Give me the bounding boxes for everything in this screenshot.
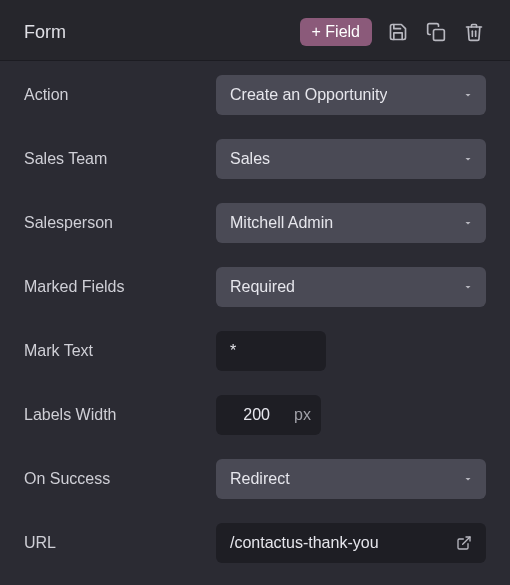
chevron-down-icon — [462, 89, 474, 101]
url-input-wrap — [216, 523, 486, 563]
sales-team-select[interactable]: Sales — [216, 139, 486, 179]
label-marked-fields: Marked Fields — [24, 278, 204, 296]
panel-title: Form — [24, 22, 66, 43]
row-url: URL — [24, 523, 486, 563]
chevron-down-icon — [462, 473, 474, 485]
chevron-down-icon — [462, 217, 474, 229]
panel-body: Action Create an Opportunity Sales Team … — [0, 61, 510, 585]
action-select[interactable]: Create an Opportunity — [216, 75, 486, 115]
on-success-select-value: Redirect — [230, 470, 290, 488]
row-labels-width: Labels Width px — [24, 395, 486, 435]
row-mark-text: Mark Text — [24, 331, 486, 371]
label-sales-team: Sales Team — [24, 150, 204, 168]
row-salesperson: Salesperson Mitchell Admin — [24, 203, 486, 243]
on-success-select[interactable]: Redirect — [216, 459, 486, 499]
label-url: URL — [24, 534, 204, 552]
mark-text-input[interactable] — [216, 331, 326, 371]
chevron-down-icon — [462, 281, 474, 293]
row-sales-team: Sales Team Sales — [24, 139, 486, 179]
salesperson-select[interactable]: Mitchell Admin — [216, 203, 486, 243]
labels-width-input[interactable] — [216, 395, 284, 435]
label-on-success: On Success — [24, 470, 204, 488]
add-field-button[interactable]: + Field — [300, 18, 372, 46]
copy-icon[interactable] — [424, 20, 448, 44]
save-icon[interactable] — [386, 20, 410, 44]
label-labels-width: Labels Width — [24, 406, 204, 424]
row-on-success: On Success Redirect — [24, 459, 486, 499]
add-field-label: + Field — [312, 23, 360, 41]
marked-fields-select-value: Required — [230, 278, 295, 296]
marked-fields-select[interactable]: Required — [216, 267, 486, 307]
external-link-icon[interactable] — [452, 531, 476, 555]
row-action: Action Create an Opportunity — [24, 75, 486, 115]
svg-rect-0 — [434, 30, 445, 41]
header-actions: + Field — [300, 18, 486, 46]
label-salesperson: Salesperson — [24, 214, 204, 232]
svg-line-1 — [463, 537, 470, 544]
delete-icon[interactable] — [462, 20, 486, 44]
row-marked-fields: Marked Fields Required — [24, 267, 486, 307]
labels-width-unit: px — [284, 395, 321, 435]
label-action: Action — [24, 86, 204, 104]
chevron-down-icon — [462, 153, 474, 165]
label-mark-text: Mark Text — [24, 342, 204, 360]
action-select-value: Create an Opportunity — [230, 86, 387, 104]
panel-header: Form + Field — [0, 0, 510, 61]
sales-team-select-value: Sales — [230, 150, 270, 168]
url-input[interactable] — [230, 534, 452, 552]
salesperson-select-value: Mitchell Admin — [230, 214, 333, 232]
